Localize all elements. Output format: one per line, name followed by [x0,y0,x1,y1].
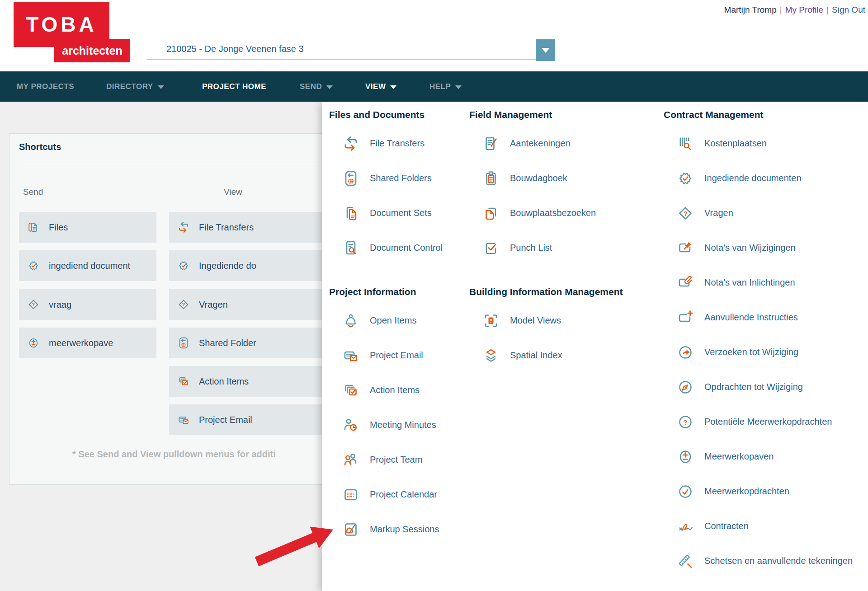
menu-item-label: Opdrachten tot Wijziging [704,382,803,392]
menu-item-project-email[interactable]: Project Email [329,338,439,373]
menu-item-label: Project Team [370,455,422,465]
menu-item-vragen[interactable]: ?Vragen [664,196,853,230]
shortcut-button-meerwerkopave[interactable]: meerwerkopave [19,328,156,358]
menu-item-action-items[interactable]: Action Items [329,373,439,408]
menu-item-markup-sessions[interactable]: Markup Sessions [329,512,439,547]
nav-item-project-home[interactable]: PROJECT HOME [202,71,266,102]
shortcut-button-files[interactable]: Files [19,212,156,243]
menu-item-document-control[interactable]: Document Control [329,230,443,265]
menu-item-project-calendar[interactable]: Project Calendar [329,477,439,512]
nav-item-my-projects[interactable]: MY PROJECTS [17,71,74,102]
menu-item-aanvullende-instructies[interactable]: Aanvullende Instructies [664,300,853,335]
menu-item-label: Open Items [370,315,416,326]
chevron-down-icon [158,85,164,89]
pushpin-card-icon [676,239,694,257]
chevron-down-icon [390,85,396,89]
menu-item-label: Aanvullende Instructies [704,312,798,323]
shared-folders-icon [177,336,190,350]
menu-item-label: Model Views [510,315,561,326]
shortcut-button-ingediend-document[interactable]: ingediend document [19,250,156,281]
shortcut-button-ingediende-do[interactable]: Ingediende do [169,250,326,281]
menu-item-project-team[interactable]: Project Team [329,442,439,477]
menu-item-label: Action Items [370,385,420,395]
menu-item-contracten[interactable]: Contracten [664,509,853,544]
compass-circle-icon [676,378,694,396]
menu-item-nota-s-van-inlichtingen[interactable]: Nota's van Inlichtingen [664,265,853,300]
menu-item-schetsen-en-aanvullende-tekeningen[interactable]: Schetsen en aanvullende tekeningen [664,544,853,578]
project-selector-value[interactable]: 210025 - De Jonge Veenen fase 3 [166,44,304,54]
shortcuts-footnote: * See Send and View pulldown menus for a… [72,449,276,460]
sign-out-link[interactable]: Sign Out [832,5,865,14]
menu-item-label: Shared Folders [370,173,432,183]
menu-item-document-sets[interactable]: Document Sets [329,196,443,230]
shortcut-button-vraag[interactable]: ?vraag [19,289,156,320]
menu-item-meerwerkopdrachten[interactable]: Meerwerkopdrachten [664,474,853,509]
menu-item-aantekeningen[interactable]: Aantekeningen [469,126,596,161]
logo-text-primary: TOBA [26,12,97,37]
menu-section-contract-management: Contract ManagementKostenplaatsenIngedie… [664,109,853,578]
shortcut-button-label: ingediend document [49,261,130,271]
nav-item-label: HELP [429,82,451,91]
menu-item-meerwerkopaven[interactable]: Meerwerkopaven [664,439,853,474]
menu-item-nota-s-van-wijzigingen[interactable]: Nota's van Wijzigingen [664,230,853,265]
company-logo-subtitle: architecten [54,39,130,62]
shortcut-button-action-items[interactable]: Action Items [169,366,326,397]
file-transfers-icon [177,220,190,234]
nav-item-directory[interactable]: DIRECTORY [106,71,164,102]
nav-item-send[interactable]: SEND [300,71,333,102]
shortcut-button-shared-folder[interactable]: Shared Folder [169,328,326,358]
nav-item-view[interactable]: VIEW [365,71,396,102]
calendar-icon [342,486,360,504]
my-profile-link[interactable]: My Profile [785,5,823,14]
diamond-question-icon: ? [27,298,40,311]
menu-item-label: Project Calendar [370,489,437,500]
shortcut-button-label: meerwerkopave [49,338,113,348]
menu-item-bouwdagboek[interactable]: Bouwdagboek [469,161,596,196]
shortcut-button-file-transfers[interactable]: File Transfers [169,212,326,243]
menu-item-potenti-le-meerwerkopdrachten[interactable]: ?Potentiële Meerwerkopdrachten [664,404,853,439]
menu-item-label: Project Email [370,350,423,361]
shortcut-group-label-send: Send [23,187,43,197]
question-circle-icon: ? [676,413,694,431]
diamond-question-icon: ? [676,204,694,222]
menu-item-label: Meeting Minutes [370,420,436,430]
nav-item-label: PROJECT HOME [202,82,266,91]
menu-section-files-and-documents: Files and DocumentsFile TransfersShared … [329,109,443,265]
shortcut-button-label: Project Email [199,415,252,425]
application-window: TOBA architecten 210025 - De Jonge Veene… [0,0,868,591]
menu-section-building-information-management: Building Information ManagementModel Vie… [469,286,623,373]
link-separator: | [823,5,832,14]
menu-item-verzoeken-tot-wijziging[interactable]: Verzoeken tot Wijziging [664,335,853,370]
menu-item-label: Kostenplaatsen [704,138,767,149]
check-circle-icon [676,483,694,501]
shortcut-button-vragen[interactable]: ?Vragen [169,289,326,320]
menu-item-shared-folders[interactable]: Shared Folders [329,161,443,196]
menu-item-kostenplaatsen[interactable]: Kostenplaatsen [664,126,853,161]
menu-item-bouwplaatsbezoeken[interactable]: Bouwplaatsbezoeken [469,196,596,230]
menu-item-meeting-minutes[interactable]: Meeting Minutes [329,408,439,442]
nav-item-help[interactable]: HELP [429,71,462,102]
menu-item-file-transfers[interactable]: File Transfers [329,126,443,161]
shortcut-group-label-view: View [224,187,242,197]
menu-item-open-items[interactable]: Open Items [329,303,439,338]
menu-item-label: Verzoeken tot Wijziging [704,347,798,357]
shortcut-button-project-email[interactable]: Project Email [169,404,326,435]
menu-item-label: Vragen [704,208,733,218]
menu-item-model-views[interactable]: Model Views [469,303,623,338]
meeting-minutes-icon [342,416,360,434]
project-email-icon [342,347,360,365]
nav-item-label: DIRECTORY [106,82,153,91]
menu-item-ingediende-documenten[interactable]: Ingediende documenten [664,161,853,196]
menu-item-spatial-index[interactable]: Spatial Index [469,338,623,373]
user-name: Martijn Tromp [724,5,777,14]
layers-icon [482,347,500,365]
share-circle-icon [676,343,694,361]
shortcut-button-label: Files [49,222,68,233]
project-team-icon [342,451,360,469]
menu-item-punch-list[interactable]: Punch List [469,230,596,265]
menu-item-opdrachten-tot-wijziging[interactable]: Opdrachten tot Wijziging [664,370,853,404]
project-selector-dropdown-button[interactable] [536,39,555,61]
menu-section-title: Files and Documents [329,109,443,120]
site-visit-doc-icon [482,204,500,222]
chevron-down-icon [326,85,333,89]
